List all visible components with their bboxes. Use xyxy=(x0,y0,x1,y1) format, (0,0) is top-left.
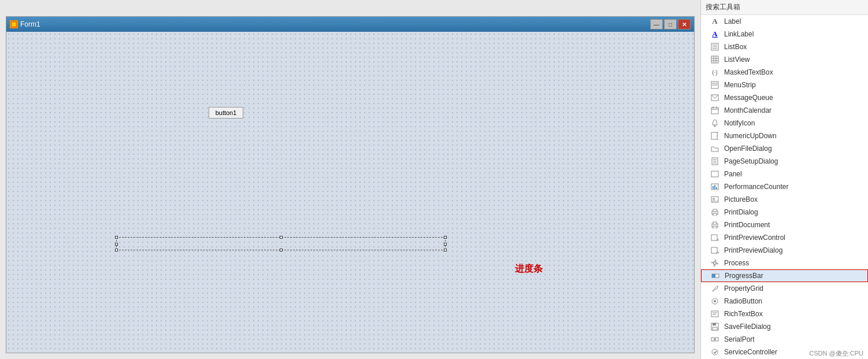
svg-point-19 xyxy=(714,125,716,127)
monthcalendar-label: MonthCalendar xyxy=(724,106,863,114)
handle-top-left xyxy=(115,236,118,239)
printdialog-label: PrintDialog xyxy=(724,208,863,216)
toolbox-item-monthcalendar[interactable]: MonthCalendar xyxy=(701,104,868,117)
toolbox-item-printpreviewcontrol[interactable]: PrintPreviewControl xyxy=(701,231,868,244)
progressbar-label: ProgressBar xyxy=(725,272,863,280)
monthcalendar-icon xyxy=(710,106,719,115)
toolbox-item-panel[interactable]: Panel xyxy=(701,168,868,180)
toolbox-item-label[interactable]: ALabel xyxy=(701,15,868,28)
picturebox-label: PictureBox xyxy=(724,195,863,203)
handle-mid-right xyxy=(444,243,447,246)
printpreviewcontrol-label: PrintPreviewControl xyxy=(724,234,863,242)
toolbox-item-printdocument[interactable]: PrintDocument xyxy=(701,219,868,231)
toolbox-item-pagesetupdialog[interactable]: PageSetupDialog xyxy=(701,155,868,168)
process-icon xyxy=(710,258,719,268)
toolbox-item-radiobutton[interactable]: RadioButton xyxy=(701,295,868,308)
toolbox-item-numericupdown[interactable]: NumericUpDown xyxy=(701,129,868,142)
toolbox-item-progressbar[interactable]: ProgressBar xyxy=(701,269,868,282)
svg-rect-57 xyxy=(711,338,714,341)
toolbox-panel: 搜索工具箱 ALabelALinkLabelListBoxListView(·)… xyxy=(700,0,868,359)
toolbox-item-maskedtextbox[interactable]: (·)MaskedTextBox xyxy=(701,66,868,79)
richtextbox-label: RichTextBox xyxy=(724,310,863,318)
handle-top-right xyxy=(444,236,447,239)
maskedtextbox-label: MaskedTextBox xyxy=(724,68,863,76)
toolbox-item-notifyicon[interactable]: NotifyIcon xyxy=(701,117,868,129)
minimize-button[interactable]: — xyxy=(650,19,663,29)
toolbox-item-linklabel[interactable]: ALinkLabel xyxy=(701,28,868,40)
toolbox-item-openfiledialog[interactable]: OpenFileDialog xyxy=(701,142,868,155)
propertygrid-icon xyxy=(710,284,719,293)
label-icon: A xyxy=(710,17,719,26)
serialport-label: SerialPort xyxy=(724,335,863,343)
servicecontroller-icon xyxy=(710,347,719,357)
toolbox-item-process[interactable]: Process xyxy=(701,257,868,269)
notifyicon-icon xyxy=(710,119,719,128)
messagequeue-icon xyxy=(710,93,719,102)
form-title: Form1 xyxy=(20,20,40,28)
svg-rect-39 xyxy=(713,222,717,224)
process-label: Process xyxy=(724,259,863,267)
printpreviewdialog-icon xyxy=(710,246,719,255)
toolbox-item-printdialog[interactable]: PrintDialog xyxy=(701,206,868,219)
printdocument-icon xyxy=(710,220,719,230)
svg-point-50 xyxy=(714,300,716,302)
toolbox-item-picturebox[interactable]: PictureBox xyxy=(701,193,868,206)
toolbox-item-propertygrid[interactable]: PropertyGrid xyxy=(701,282,868,295)
picturebox-icon xyxy=(710,195,719,204)
panel-icon xyxy=(710,169,719,179)
linklabel-label: LinkLabel xyxy=(724,30,863,38)
svg-rect-55 xyxy=(713,323,716,325)
maskedtextbox-icon: (·) xyxy=(710,68,719,77)
toolbox-item-richtextbox[interactable]: RichTextBox xyxy=(701,308,868,320)
performancecounter-label: PerformanceCounter xyxy=(724,183,863,191)
svg-rect-28 xyxy=(711,171,718,177)
toolbox-item-performancecounter[interactable]: PerformanceCounter xyxy=(701,180,868,193)
savefiledialog-icon xyxy=(710,322,719,331)
toolbox-item-savefiledialog[interactable]: SaveFileDialog xyxy=(701,320,868,333)
pagesetupdialog-label: PageSetupDialog xyxy=(724,157,863,165)
handle-bottom-right xyxy=(444,249,447,251)
openfiledialog-icon xyxy=(710,144,719,153)
printdocument-label: PrintDocument xyxy=(724,221,863,229)
svg-point-46 xyxy=(714,262,717,265)
form-body: button1 进度条 xyxy=(6,32,694,353)
maximize-button[interactable]: □ xyxy=(664,19,677,29)
toolbox-item-listbox[interactable]: ListBox xyxy=(701,40,868,53)
close-button[interactable]: ✕ xyxy=(678,19,691,29)
form-button1[interactable]: button1 xyxy=(209,107,243,119)
toolbox-item-messagequeue[interactable]: MessageQueue xyxy=(701,91,868,104)
svg-rect-58 xyxy=(715,338,718,341)
savefiledialog-label: SaveFileDialog xyxy=(724,323,863,331)
serialport-icon xyxy=(710,335,719,344)
panel-label: Panel xyxy=(724,170,863,178)
svg-point-61 xyxy=(712,349,718,355)
listbox-icon xyxy=(710,42,719,51)
form-progressbar[interactable] xyxy=(116,237,446,250)
listview-icon xyxy=(710,55,719,64)
handle-mid-left xyxy=(115,243,118,246)
annotation-label: 进度条 xyxy=(515,263,543,275)
svg-rect-6 xyxy=(711,56,718,63)
form-icon xyxy=(10,20,18,28)
messagequeue-label: MessageQueue xyxy=(724,94,863,102)
listbox-label: ListBox xyxy=(724,43,863,51)
svg-rect-15 xyxy=(711,108,718,114)
toolbox-item-serialport[interactable]: SerialPort xyxy=(701,333,868,346)
menustrip-icon xyxy=(710,80,719,90)
form-window: Form1 — □ ✕ button1 xyxy=(6,16,695,353)
svg-rect-36 xyxy=(713,209,717,212)
svg-rect-56 xyxy=(713,327,717,330)
toolbox-item-listview[interactable]: ListView xyxy=(701,53,868,66)
svg-rect-48 xyxy=(712,274,715,277)
toolbox-item-printpreviewdialog[interactable]: PrintPreviewDialog xyxy=(701,244,868,257)
toolbox-item-menustrip[interactable]: MenuStrip xyxy=(701,79,868,91)
printdialog-icon xyxy=(710,208,719,217)
svg-rect-40 xyxy=(713,226,717,228)
numericupdown-icon xyxy=(710,131,719,140)
pagesetupdialog-icon xyxy=(710,157,719,166)
printpreviewdialog-label: PrintPreviewDialog xyxy=(724,246,863,254)
svg-rect-37 xyxy=(713,213,717,216)
label-label: Label xyxy=(724,17,863,25)
toolbox-list: ALabelALinkLabelListBoxListView(·)Masked… xyxy=(701,15,868,359)
linklabel-icon: A xyxy=(710,29,719,39)
